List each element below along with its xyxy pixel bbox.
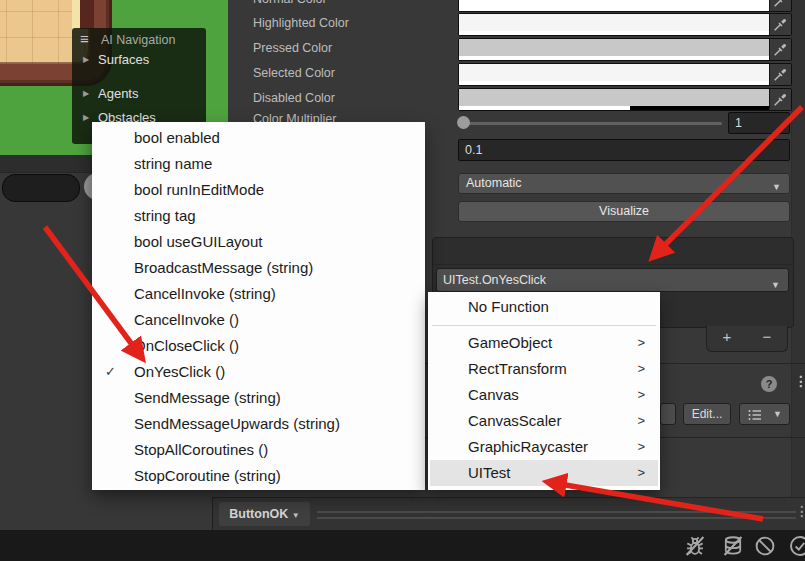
hidden-button-fragment[interactable] bbox=[660, 403, 676, 425]
hamburger-icon[interactable]: ≡ bbox=[80, 30, 88, 47]
color-field-disabled[interactable] bbox=[458, 88, 792, 111]
menu-item-uitest[interactable]: UITest> bbox=[430, 460, 658, 486]
menu-item-onyesclick[interactable]: ✓ OnYesClick () bbox=[92, 358, 425, 384]
color-multiplier-value[interactable]: 1 bbox=[728, 112, 790, 134]
menu-item-canvasscaler[interactable]: CanvasScaler> bbox=[430, 408, 658, 434]
menu-item-label: StopCoroutine (string) bbox=[134, 467, 281, 484]
eyedropper-icon[interactable] bbox=[769, 39, 791, 60]
caret-down-icon: ▼ bbox=[771, 274, 780, 296]
menu-item-label: bool runInEditMode bbox=[134, 181, 264, 198]
menu-item-label: OnCloseClick () bbox=[134, 337, 239, 354]
eyedropper-icon[interactable] bbox=[769, 14, 791, 35]
alpha-bar bbox=[459, 7, 770, 11]
menu-item[interactable]: OnCloseClick () bbox=[92, 332, 425, 358]
menu-item[interactable]: CancelInvoke () bbox=[92, 306, 425, 332]
navigation-dropdown[interactable]: Automatic ▼ bbox=[458, 173, 790, 194]
search-input[interactable] bbox=[2, 174, 80, 202]
splitter-line bbox=[317, 511, 796, 513]
event-function-dropdown[interactable]: UITest.OnYesClick ▼ bbox=[436, 268, 789, 292]
color-field-pressed[interactable] bbox=[458, 38, 792, 61]
menu-item-graphicraycaster[interactable]: GraphicRaycaster> bbox=[430, 434, 658, 460]
overlay-item-agents[interactable]: ▶ Agents bbox=[72, 86, 206, 102]
preset-dropdown-button[interactable]: ▼ bbox=[739, 403, 790, 425]
overlay-title: AI Navigation bbox=[101, 33, 175, 47]
menu-item[interactable]: BroadcastMessage (string) bbox=[92, 254, 425, 280]
foldout-icon[interactable]: ▶ bbox=[83, 89, 89, 98]
color-field-selected[interactable] bbox=[458, 63, 792, 86]
edit-button[interactable]: Edit... bbox=[683, 403, 731, 425]
drag-dots-icon[interactable]: ⋮ bbox=[795, 503, 805, 519]
debug-disabled-icon[interactable] bbox=[683, 534, 707, 558]
overlay-item-surfaces[interactable]: ▶ Surfaces bbox=[72, 52, 206, 68]
menu-item-gameobject[interactable]: GameObject> bbox=[430, 330, 658, 356]
kebab-menu-icon[interactable]: ⋮ bbox=[794, 373, 805, 389]
chevron-right-icon: > bbox=[637, 356, 645, 382]
function-context-menu: bool enabled string name bool runInEditM… bbox=[92, 122, 425, 490]
chevron-right-icon: > bbox=[637, 434, 645, 460]
field-label: Highlighted Color bbox=[253, 13, 438, 34]
menu-item-label: CanvasScaler bbox=[468, 412, 561, 429]
chevron-right-icon: > bbox=[637, 330, 645, 356]
unity-editor-window: ≡ AI Navigation ▶ Surfaces ▶ Agents ▶ Ob… bbox=[0, 0, 805, 561]
menu-item[interactable]: StopCoroutine (string) bbox=[92, 462, 425, 488]
menu-item-label: bool enabled bbox=[134, 129, 220, 146]
menu-item[interactable]: bool useGUILayout bbox=[92, 228, 425, 254]
field-label: Normal Color bbox=[253, 0, 438, 10]
menu-item[interactable]: string name bbox=[92, 150, 425, 176]
add-event-button[interactable]: + bbox=[715, 328, 739, 345]
sync-disabled-icon[interactable] bbox=[753, 534, 777, 558]
help-icon[interactable]: ? bbox=[761, 376, 777, 392]
alpha-bar bbox=[459, 31, 770, 35]
status-bar bbox=[0, 530, 805, 561]
color-field-normal[interactable] bbox=[458, 0, 792, 12]
menu-item-no-function[interactable]: No Function bbox=[428, 292, 660, 322]
menu-separator bbox=[432, 325, 656, 326]
foldout-icon[interactable]: ▶ bbox=[83, 55, 89, 64]
buttonok-selector[interactable]: ButtonOK ▼ bbox=[219, 502, 310, 526]
overlay-item-label: Agents bbox=[98, 86, 138, 101]
check-circle-icon[interactable] bbox=[788, 534, 805, 558]
color-field-highlighted[interactable] bbox=[458, 13, 792, 36]
menu-item-label: bool useGUILayout bbox=[134, 233, 262, 250]
menu-item-canvas[interactable]: Canvas> bbox=[430, 382, 658, 408]
caret-down-icon: ▼ bbox=[773, 409, 782, 419]
field-label: Pressed Color bbox=[253, 38, 438, 59]
eyedropper-icon[interactable] bbox=[769, 0, 791, 11]
eyedropper-icon[interactable] bbox=[769, 64, 791, 85]
color-multiplier-slider[interactable] bbox=[462, 122, 722, 125]
alpha-bar bbox=[459, 81, 770, 85]
menu-item[interactable]: string tag bbox=[92, 202, 425, 228]
menu-item-label: SendMessage (string) bbox=[134, 389, 281, 406]
game-card-edge bbox=[72, 0, 80, 29]
splitter-line bbox=[317, 517, 796, 519]
remove-event-button[interactable]: − bbox=[755, 328, 779, 345]
ai-navigation-header[interactable]: ≡ AI Navigation bbox=[72, 32, 206, 48]
event-function-value: UITest.OnYesClick bbox=[443, 273, 546, 287]
database-disabled-icon[interactable] bbox=[721, 534, 745, 558]
navigation-dropdown-value: Automatic bbox=[466, 176, 522, 190]
menu-item[interactable]: SendMessage (string) bbox=[92, 384, 425, 410]
visualize-button[interactable]: Visualize bbox=[458, 201, 790, 222]
menu-item[interactable]: CancelInvoke (string) bbox=[92, 280, 425, 306]
menu-item-label: GameObject bbox=[468, 334, 552, 351]
foldout-icon[interactable]: ▶ bbox=[83, 113, 89, 122]
menu-item-label: CancelInvoke (string) bbox=[134, 285, 276, 302]
menu-item-label: string tag bbox=[134, 207, 196, 224]
menu-item[interactable]: SendMessageUpwards (string) bbox=[92, 410, 425, 436]
preset-list-icon bbox=[748, 409, 762, 424]
menu-item-label: RectTransform bbox=[468, 360, 567, 377]
menu-item-recttransform[interactable]: RectTransform> bbox=[430, 356, 658, 382]
eyedropper-icon[interactable] bbox=[769, 89, 791, 110]
menu-item[interactable]: StopAllCoroutines () bbox=[92, 436, 425, 462]
slider-handle[interactable] bbox=[457, 116, 470, 129]
fade-duration-field[interactable]: 0.1 bbox=[458, 139, 790, 161]
alpha-bar bbox=[459, 106, 770, 110]
menu-item-label: CancelInvoke () bbox=[134, 311, 239, 328]
menu-item[interactable]: bool runInEditMode bbox=[92, 176, 425, 202]
menu-item[interactable]: bool enabled bbox=[92, 124, 425, 150]
field-label: Disabled Color bbox=[253, 88, 438, 109]
alpha-bar bbox=[459, 56, 770, 60]
menu-item-label: GraphicRaycaster bbox=[468, 438, 588, 455]
menu-item-label: OnYesClick () bbox=[134, 363, 225, 380]
overlay-item-label: Surfaces bbox=[98, 52, 149, 67]
